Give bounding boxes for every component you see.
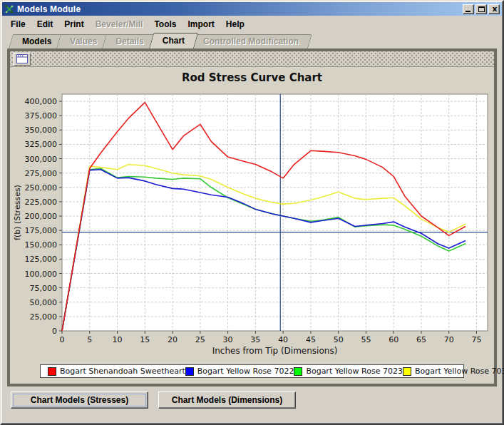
svg-text:75: 75 — [471, 335, 481, 344]
tab-details: Details — [102, 34, 153, 48]
svg-text:15: 15 — [140, 335, 150, 344]
legend-entry-bogart-yellow-rose-7023: Bogart Yellow Rose 7023 — [294, 367, 403, 376]
legend-entry-bogart-yellow-rose-7033: Bogart Yellow Rose 7033 — [403, 367, 504, 376]
window-title: Models Module — [17, 4, 463, 14]
tab-label: Controlled Modification — [203, 36, 299, 46]
y-axis-title: f(b) (Stresses) — [13, 185, 22, 240]
svg-text:175,000: 175,000 — [25, 226, 58, 235]
svg-text:125,000: 125,000 — [25, 255, 58, 264]
chart-window-toolbar-button[interactable] — [14, 53, 31, 66]
svg-text:50: 50 — [334, 335, 344, 344]
app-window: Models Module x FileEditPrintBeveler/Mil… — [0, 0, 504, 425]
tab-values: Values — [56, 34, 106, 48]
close-icon: x — [489, 4, 500, 14]
svg-text:0: 0 — [52, 327, 57, 336]
svg-text:25: 25 — [195, 335, 205, 344]
minimize-icon — [466, 11, 470, 12]
svg-text:275,000: 275,000 — [25, 169, 58, 178]
svg-text:20: 20 — [168, 335, 178, 344]
svg-text:100,000: 100,000 — [25, 270, 58, 279]
legend-swatch — [48, 367, 56, 376]
tab-label: Values — [70, 36, 97, 46]
tab-label: Details — [115, 36, 143, 46]
tab-chart[interactable]: Chart — [149, 33, 194, 48]
svg-text:75,000: 75,000 — [30, 284, 58, 293]
plot-area — [62, 94, 488, 331]
chart-models-stresses-button[interactable]: Chart Models (Stresses) — [11, 391, 148, 409]
legend-entry-bogart-shenandoah-sweetheart: Bogart Shenandoah Sweetheart — [48, 367, 185, 376]
minimize-button[interactable] — [463, 4, 474, 14]
svg-text:350,000: 350,000 — [25, 126, 58, 135]
chart-tab-content: Rod Stress Curve Chart 05101520253035404… — [7, 48, 497, 386]
svg-text:300,000: 300,000 — [25, 155, 58, 164]
legend-label: Bogart Shenandoah Sweetheart — [60, 367, 185, 376]
tab-bar: ModelsValuesDetailsChartControlled Modif… — [2, 32, 502, 48]
maximize-icon — [478, 6, 485, 12]
app-icon — [4, 4, 14, 14]
svg-text:45: 45 — [306, 335, 316, 344]
svg-text:40: 40 — [278, 335, 288, 344]
legend-label: Bogart Yellow Rose 7023 — [306, 367, 403, 376]
legend-label: Bogart Yellow Rose 7022 — [197, 367, 294, 376]
svg-text:35: 35 — [250, 335, 260, 344]
legend-swatch — [403, 367, 411, 376]
footer-button-row: Chart Models (Stresses)Chart Models (Dim… — [2, 386, 502, 424]
legend-label: Bogart Yellow Rose 7033 — [415, 367, 504, 376]
legend-entry-bogart-yellow-rose-7022: Bogart Yellow Rose 7022 — [185, 367, 294, 376]
svg-text:325,000: 325,000 — [25, 140, 58, 149]
title-bar: Models Module x — [2, 2, 502, 16]
svg-text:200,000: 200,000 — [25, 212, 58, 221]
svg-text:400,000: 400,000 — [25, 97, 58, 106]
menu-help[interactable]: Help — [220, 17, 250, 31]
legend-swatch — [294, 367, 302, 376]
menu-print[interactable]: Print — [58, 17, 89, 31]
menu-tools[interactable]: Tools — [148, 17, 182, 31]
svg-text:0: 0 — [60, 335, 65, 344]
svg-text:225,000: 225,000 — [25, 198, 58, 207]
chart-toolbar — [10, 51, 494, 67]
menu-edit[interactable]: Edit — [31, 17, 59, 31]
tab-models[interactable]: Models — [9, 34, 61, 48]
chart-models-dimensions-button[interactable]: Chart Models (Dimensions) — [158, 391, 296, 409]
stress-curve-chart[interactable]: 051015202530354045505560657075025,00050,… — [10, 87, 495, 364]
x-axis-title: Inches from Tip (Dimensions) — [212, 346, 338, 356]
svg-text:250,000: 250,000 — [25, 183, 58, 193]
menu-bar: FileEditPrintBeveler/MillToolsImportHelp — [2, 16, 502, 32]
svg-text:50,000: 50,000 — [30, 298, 58, 307]
tab-label: Chart — [163, 36, 185, 46]
svg-text:25,000: 25,000 — [30, 312, 58, 322]
menu-file[interactable]: File — [5, 17, 31, 31]
menu-beveler-mill: Beveler/Mill — [90, 17, 149, 31]
svg-text:375,000: 375,000 — [25, 111, 58, 121]
menu-import[interactable]: Import — [182, 17, 220, 31]
window-icon — [16, 54, 28, 63]
svg-text:5: 5 — [87, 335, 92, 344]
svg-text:70: 70 — [444, 335, 454, 344]
tab-label: Models — [22, 36, 51, 46]
chart-legend: Bogart Shenandoah SweetheartBogart Yello… — [40, 364, 464, 378]
svg-text:55: 55 — [361, 335, 371, 344]
svg-text:65: 65 — [416, 335, 426, 344]
svg-text:60: 60 — [389, 335, 398, 344]
chart-title: Rod Stress Curve Chart — [10, 71, 494, 86]
window-controls: x — [463, 4, 500, 14]
svg-text:150,000: 150,000 — [25, 240, 58, 250]
tab-controlled-modification: Controlled Modification — [190, 34, 308, 48]
svg-text:10: 10 — [113, 335, 123, 344]
legend-swatch — [185, 367, 194, 376]
chart-panel: Rod Stress Curve Chart 05101520253035404… — [10, 67, 494, 384]
svg-text:30: 30 — [223, 335, 233, 344]
maximize-button[interactable] — [475, 4, 487, 14]
close-button[interactable]: x — [488, 4, 500, 14]
